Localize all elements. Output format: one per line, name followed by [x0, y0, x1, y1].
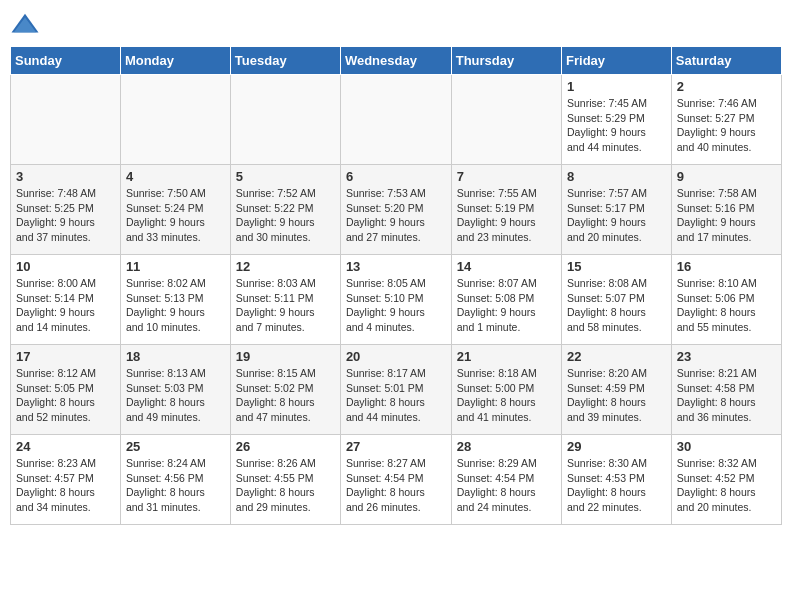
calendar-cell: [120, 75, 230, 165]
calendar-cell: 26Sunrise: 8:26 AM Sunset: 4:55 PM Dayli…: [230, 435, 340, 525]
day-number: 27: [346, 439, 446, 454]
calendar-cell: 18Sunrise: 8:13 AM Sunset: 5:03 PM Dayli…: [120, 345, 230, 435]
calendar-cell: 17Sunrise: 8:12 AM Sunset: 5:05 PM Dayli…: [11, 345, 121, 435]
calendar-cell: 22Sunrise: 8:20 AM Sunset: 4:59 PM Dayli…: [562, 345, 672, 435]
day-of-week-header: Monday: [120, 47, 230, 75]
day-info: Sunrise: 8:24 AM Sunset: 4:56 PM Dayligh…: [126, 456, 225, 515]
day-info: Sunrise: 8:23 AM Sunset: 4:57 PM Dayligh…: [16, 456, 115, 515]
calendar-cell: 27Sunrise: 8:27 AM Sunset: 4:54 PM Dayli…: [340, 435, 451, 525]
logo-icon: [10, 10, 40, 40]
day-info: Sunrise: 8:07 AM Sunset: 5:08 PM Dayligh…: [457, 276, 556, 335]
logo: [10, 10, 44, 40]
calendar-cell: 9Sunrise: 7:58 AM Sunset: 5:16 PM Daylig…: [671, 165, 781, 255]
calendar-cell: 4Sunrise: 7:50 AM Sunset: 5:24 PM Daylig…: [120, 165, 230, 255]
calendar-cell: 1Sunrise: 7:45 AM Sunset: 5:29 PM Daylig…: [562, 75, 672, 165]
calendar-cell: 2Sunrise: 7:46 AM Sunset: 5:27 PM Daylig…: [671, 75, 781, 165]
calendar-header-row: SundayMondayTuesdayWednesdayThursdayFrid…: [11, 47, 782, 75]
day-info: Sunrise: 8:27 AM Sunset: 4:54 PM Dayligh…: [346, 456, 446, 515]
calendar-cell: 10Sunrise: 8:00 AM Sunset: 5:14 PM Dayli…: [11, 255, 121, 345]
calendar-cell: 6Sunrise: 7:53 AM Sunset: 5:20 PM Daylig…: [340, 165, 451, 255]
day-number: 16: [677, 259, 776, 274]
day-number: 2: [677, 79, 776, 94]
day-info: Sunrise: 8:15 AM Sunset: 5:02 PM Dayligh…: [236, 366, 335, 425]
day-info: Sunrise: 7:58 AM Sunset: 5:16 PM Dayligh…: [677, 186, 776, 245]
day-number: 13: [346, 259, 446, 274]
day-info: Sunrise: 8:18 AM Sunset: 5:00 PM Dayligh…: [457, 366, 556, 425]
header: [10, 10, 782, 40]
calendar-cell: 3Sunrise: 7:48 AM Sunset: 5:25 PM Daylig…: [11, 165, 121, 255]
calendar-cell: 24Sunrise: 8:23 AM Sunset: 4:57 PM Dayli…: [11, 435, 121, 525]
calendar-cell: 29Sunrise: 8:30 AM Sunset: 4:53 PM Dayli…: [562, 435, 672, 525]
calendar-week-row: 3Sunrise: 7:48 AM Sunset: 5:25 PM Daylig…: [11, 165, 782, 255]
day-number: 11: [126, 259, 225, 274]
calendar-cell: 16Sunrise: 8:10 AM Sunset: 5:06 PM Dayli…: [671, 255, 781, 345]
calendar-cell: 15Sunrise: 8:08 AM Sunset: 5:07 PM Dayli…: [562, 255, 672, 345]
day-number: 21: [457, 349, 556, 364]
day-number: 22: [567, 349, 666, 364]
day-number: 12: [236, 259, 335, 274]
calendar-cell: 25Sunrise: 8:24 AM Sunset: 4:56 PM Dayli…: [120, 435, 230, 525]
day-number: 30: [677, 439, 776, 454]
day-number: 25: [126, 439, 225, 454]
day-info: Sunrise: 7:46 AM Sunset: 5:27 PM Dayligh…: [677, 96, 776, 155]
day-info: Sunrise: 8:12 AM Sunset: 5:05 PM Dayligh…: [16, 366, 115, 425]
calendar-week-row: 24Sunrise: 8:23 AM Sunset: 4:57 PM Dayli…: [11, 435, 782, 525]
day-info: Sunrise: 8:05 AM Sunset: 5:10 PM Dayligh…: [346, 276, 446, 335]
day-info: Sunrise: 8:21 AM Sunset: 4:58 PM Dayligh…: [677, 366, 776, 425]
calendar-cell: 21Sunrise: 8:18 AM Sunset: 5:00 PM Dayli…: [451, 345, 561, 435]
day-info: Sunrise: 8:20 AM Sunset: 4:59 PM Dayligh…: [567, 366, 666, 425]
day-info: Sunrise: 8:10 AM Sunset: 5:06 PM Dayligh…: [677, 276, 776, 335]
day-number: 24: [16, 439, 115, 454]
day-number: 14: [457, 259, 556, 274]
day-number: 8: [567, 169, 666, 184]
day-info: Sunrise: 8:03 AM Sunset: 5:11 PM Dayligh…: [236, 276, 335, 335]
calendar-cell: 12Sunrise: 8:03 AM Sunset: 5:11 PM Dayli…: [230, 255, 340, 345]
day-number: 20: [346, 349, 446, 364]
calendar: SundayMondayTuesdayWednesdayThursdayFrid…: [10, 46, 782, 525]
calendar-week-row: 10Sunrise: 8:00 AM Sunset: 5:14 PM Dayli…: [11, 255, 782, 345]
day-number: 18: [126, 349, 225, 364]
calendar-cell: [11, 75, 121, 165]
day-number: 15: [567, 259, 666, 274]
day-number: 19: [236, 349, 335, 364]
day-info: Sunrise: 8:32 AM Sunset: 4:52 PM Dayligh…: [677, 456, 776, 515]
day-info: Sunrise: 7:53 AM Sunset: 5:20 PM Dayligh…: [346, 186, 446, 245]
day-info: Sunrise: 8:13 AM Sunset: 5:03 PM Dayligh…: [126, 366, 225, 425]
day-of-week-header: Tuesday: [230, 47, 340, 75]
day-number: 3: [16, 169, 115, 184]
day-info: Sunrise: 8:08 AM Sunset: 5:07 PM Dayligh…: [567, 276, 666, 335]
calendar-cell: 11Sunrise: 8:02 AM Sunset: 5:13 PM Dayli…: [120, 255, 230, 345]
day-number: 5: [236, 169, 335, 184]
calendar-cell: 28Sunrise: 8:29 AM Sunset: 4:54 PM Dayli…: [451, 435, 561, 525]
day-info: Sunrise: 8:02 AM Sunset: 5:13 PM Dayligh…: [126, 276, 225, 335]
calendar-cell: 7Sunrise: 7:55 AM Sunset: 5:19 PM Daylig…: [451, 165, 561, 255]
day-number: 26: [236, 439, 335, 454]
day-number: 10: [16, 259, 115, 274]
calendar-cell: 20Sunrise: 8:17 AM Sunset: 5:01 PM Dayli…: [340, 345, 451, 435]
calendar-cell: 14Sunrise: 8:07 AM Sunset: 5:08 PM Dayli…: [451, 255, 561, 345]
day-info: Sunrise: 7:52 AM Sunset: 5:22 PM Dayligh…: [236, 186, 335, 245]
day-info: Sunrise: 8:00 AM Sunset: 5:14 PM Dayligh…: [16, 276, 115, 335]
day-info: Sunrise: 7:48 AM Sunset: 5:25 PM Dayligh…: [16, 186, 115, 245]
day-of-week-header: Friday: [562, 47, 672, 75]
day-info: Sunrise: 8:17 AM Sunset: 5:01 PM Dayligh…: [346, 366, 446, 425]
calendar-cell: 8Sunrise: 7:57 AM Sunset: 5:17 PM Daylig…: [562, 165, 672, 255]
day-of-week-header: Saturday: [671, 47, 781, 75]
calendar-cell: 19Sunrise: 8:15 AM Sunset: 5:02 PM Dayli…: [230, 345, 340, 435]
calendar-cell: [340, 75, 451, 165]
calendar-week-row: 17Sunrise: 8:12 AM Sunset: 5:05 PM Dayli…: [11, 345, 782, 435]
calendar-week-row: 1Sunrise: 7:45 AM Sunset: 5:29 PM Daylig…: [11, 75, 782, 165]
day-info: Sunrise: 8:26 AM Sunset: 4:55 PM Dayligh…: [236, 456, 335, 515]
day-number: 4: [126, 169, 225, 184]
day-info: Sunrise: 8:29 AM Sunset: 4:54 PM Dayligh…: [457, 456, 556, 515]
day-of-week-header: Thursday: [451, 47, 561, 75]
day-number: 29: [567, 439, 666, 454]
day-number: 17: [16, 349, 115, 364]
calendar-cell: 23Sunrise: 8:21 AM Sunset: 4:58 PM Dayli…: [671, 345, 781, 435]
day-of-week-header: Wednesday: [340, 47, 451, 75]
day-number: 7: [457, 169, 556, 184]
day-number: 28: [457, 439, 556, 454]
day-info: Sunrise: 7:55 AM Sunset: 5:19 PM Dayligh…: [457, 186, 556, 245]
calendar-cell: [451, 75, 561, 165]
calendar-cell: 30Sunrise: 8:32 AM Sunset: 4:52 PM Dayli…: [671, 435, 781, 525]
